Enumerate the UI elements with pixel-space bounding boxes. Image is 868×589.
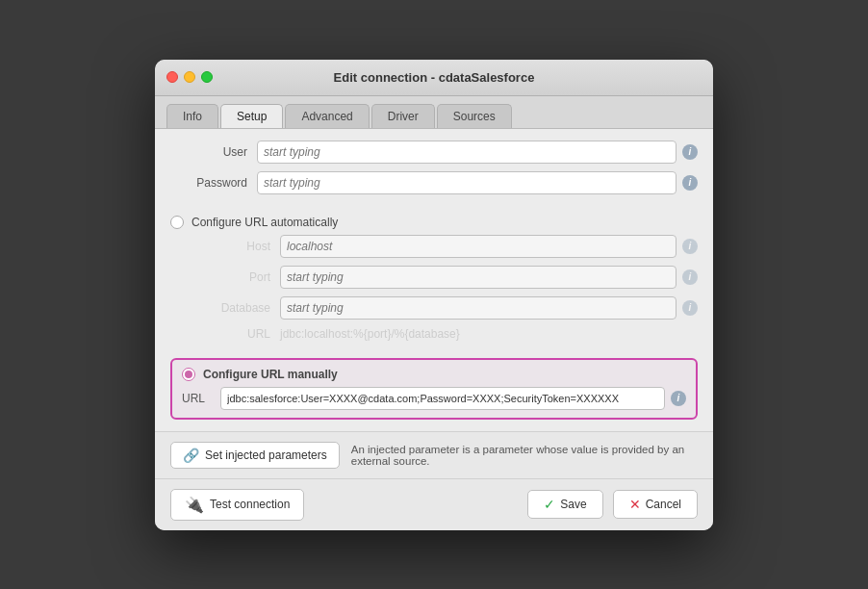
x-icon: ✕: [629, 497, 641, 512]
tab-driver[interactable]: Driver: [371, 104, 435, 128]
manual-url-header: Configure URL manually: [182, 368, 686, 381]
tab-info[interactable]: Info: [166, 104, 218, 128]
password-label: Password: [170, 176, 257, 190]
scroll-area[interactable]: User i Password i Configure URL automati…: [155, 129, 713, 431]
manual-url-input[interactable]: [220, 387, 665, 410]
manual-url-field-label: URL: [182, 392, 220, 405]
inject-description: An injected parameter is a parameter who…: [351, 444, 698, 467]
inject-button-label: Set injected parameters: [205, 448, 327, 462]
user-info-icon[interactable]: i: [682, 144, 698, 160]
host-row: Host i: [193, 235, 698, 258]
auto-url-static-row: URL jdbc:localhost:%{port}/%{database}: [193, 327, 698, 341]
cancel-label: Cancel: [646, 498, 681, 511]
database-row: Database i: [193, 296, 698, 320]
test-connection-button[interactable]: 🔌 Test connection: [170, 489, 304, 521]
host-input[interactable]: [280, 235, 677, 258]
maximize-button[interactable]: [201, 71, 213, 83]
content-area: User i Password i Configure URL automati…: [155, 129, 713, 530]
user-label: User: [170, 145, 257, 159]
auto-url-static-value: jdbc:localhost:%{port}/%{database}: [280, 327, 460, 341]
database-label: Database: [193, 301, 280, 315]
password-info-icon[interactable]: i: [682, 175, 698, 191]
host-info-icon[interactable]: i: [682, 239, 698, 254]
user-row: User i: [170, 141, 698, 164]
auto-url-label: Configure URL automatically: [191, 216, 338, 229]
tab-setup[interactable]: Setup: [220, 104, 283, 128]
tab-bar: Info Setup Advanced Driver Sources: [155, 96, 713, 129]
titlebar: Edit connection - cdataSalesforce: [155, 60, 713, 96]
manual-url-label: Configure URL manually: [203, 368, 338, 381]
auto-url-radio[interactable]: [170, 216, 184, 229]
host-label: Host: [193, 240, 280, 253]
password-row: Password i: [170, 171, 698, 194]
database-input[interactable]: [280, 296, 677, 320]
port-input[interactable]: [280, 266, 677, 289]
save-label: Save: [560, 498, 586, 511]
traffic-lights: [166, 71, 213, 83]
inject-icon: 🔗: [183, 448, 199, 463]
window-title: Edit connection - cdataSalesforce: [334, 70, 535, 85]
manual-url-row: URL i: [182, 387, 686, 410]
tab-advanced[interactable]: Advanced: [285, 104, 369, 128]
auto-url-static-label: URL: [193, 327, 280, 341]
auto-url-header: Configure URL automatically: [170, 216, 698, 229]
user-input[interactable]: [257, 141, 677, 164]
cancel-button[interactable]: ✕ Cancel: [613, 490, 698, 519]
port-info-icon[interactable]: i: [682, 269, 698, 285]
manual-url-info-icon[interactable]: i: [671, 391, 686, 406]
footer: 🔌 Test connection ✓ Save ✕ Cancel: [155, 478, 713, 530]
auto-url-section: Configure URL automatically Host i Port …: [170, 202, 698, 352]
inject-bar: 🔗 Set injected parameters An injected pa…: [155, 431, 713, 478]
save-button[interactable]: ✓ Save: [527, 490, 602, 519]
main-window: Edit connection - cdataSalesforce Info S…: [155, 60, 713, 530]
test-icon: 🔌: [185, 496, 204, 514]
password-input[interactable]: [257, 171, 677, 194]
port-label: Port: [193, 270, 280, 284]
manual-url-section: Configure URL manually URL i: [170, 358, 698, 420]
database-info-icon[interactable]: i: [682, 300, 698, 316]
auto-url-fields: Host i Port i Database i: [170, 235, 698, 341]
footer-actions: ✓ Save ✕ Cancel: [527, 490, 698, 519]
tab-sources[interactable]: Sources: [437, 104, 512, 128]
inject-params-button[interactable]: 🔗 Set injected parameters: [170, 442, 340, 469]
radio-dot: [185, 371, 192, 378]
manual-url-radio[interactable]: [182, 368, 195, 381]
port-row: Port i: [193, 266, 698, 289]
close-button[interactable]: [166, 71, 178, 83]
test-connection-label: Test connection: [210, 498, 290, 511]
check-icon: ✓: [544, 497, 555, 512]
minimize-button[interactable]: [184, 71, 195, 83]
